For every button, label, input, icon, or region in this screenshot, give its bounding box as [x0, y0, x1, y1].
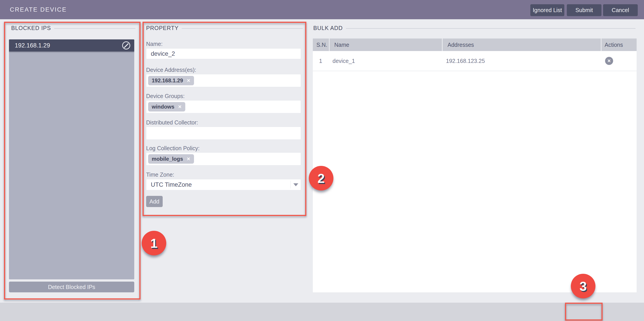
time-zone-selected-value: UTC TimeZone — [146, 181, 290, 188]
blocked-ips-list: 192.168.1.29 — [9, 40, 134, 279]
bulk-add-table-header: S.N. Name Addresses Actions — [313, 38, 636, 51]
device-groups-label: Device Groups: — [146, 93, 184, 100]
device-address-tag: 192.168.1.29 ✕ — [148, 76, 194, 85]
time-zone-label: Time Zone: — [146, 172, 174, 178]
log-collection-policy-input[interactable]: mobile_logs ✕ — [146, 152, 301, 166]
detect-blocked-ips-button[interactable]: Detect Blocked IPs — [9, 282, 134, 292]
create-device-dialog: CREATE DEVICE ? ✕ BLOCKED IPS 192.168.1.… — [0, 0, 644, 321]
dialog-footer — [0, 303, 644, 321]
header-sn: S.N. — [313, 38, 330, 51]
chevron-down-icon — [293, 183, 298, 186]
blocked-ip-value: 192.168.1.29 — [15, 42, 50, 49]
property-section-title: PROPERTY — [146, 24, 303, 31]
select-caret-zone — [290, 181, 301, 188]
remove-tag-icon[interactable]: ✕ — [186, 78, 190, 83]
property-title-text: PROPERTY — [146, 25, 178, 31]
table-row: 1 device_1 192.168.123.25 ✕ — [313, 51, 636, 71]
remove-tag-icon[interactable]: ✕ — [186, 157, 190, 161]
log-collection-policy-label: Log Collection Policy: — [146, 145, 200, 152]
header-addresses: Addresses — [442, 38, 602, 51]
blocked-ips-section-title: BLOCKED IPS — [11, 24, 136, 31]
device-group-tag-text: windows — [152, 104, 174, 110]
cell-addresses: 192.168.123.25 — [442, 51, 602, 71]
add-button[interactable]: Add — [146, 196, 163, 207]
log-policy-tag-text: mobile_logs — [152, 156, 183, 162]
dialog-title: CREATE DEVICE — [10, 6, 67, 13]
name-input[interactable] — [146, 48, 301, 59]
bulk-add-table-body: 1 device_1 192.168.123.25 ✕ — [313, 51, 636, 292]
annotation-badge-1: 1 — [142, 231, 166, 256]
header-name: Name — [330, 38, 442, 51]
distributed-collector-label: Distributed Collector: — [146, 119, 198, 126]
device-group-tag: windows ✕ — [148, 102, 185, 112]
submit-button[interactable]: Submit — [567, 4, 602, 16]
remove-tag-icon[interactable]: ✕ — [178, 104, 182, 109]
blocked-icon — [122, 42, 130, 50]
device-groups-input[interactable]: windows ✕ — [146, 100, 301, 113]
blocked-ip-list-item[interactable]: 192.168.1.29 — [9, 40, 134, 52]
section-title-rule — [54, 28, 136, 29]
name-label: Name: — [146, 41, 163, 47]
cell-name: device_1 — [330, 51, 442, 71]
cell-actions: ✕ — [602, 51, 636, 71]
ignored-list-button[interactable]: Ignored List — [530, 4, 564, 16]
cell-sn: 1 — [313, 51, 330, 71]
cancel-button[interactable]: Cancel — [603, 4, 638, 16]
header-actions: Actions — [602, 38, 636, 51]
device-addresses-input[interactable]: 192.168.1.29 ✕ — [146, 74, 301, 87]
distributed-collector-input[interactable] — [146, 127, 301, 140]
time-zone-select[interactable]: UTC TimeZone — [146, 179, 301, 190]
device-address-tag-text: 192.168.1.29 — [152, 78, 183, 84]
log-policy-tag: mobile_logs ✕ — [148, 154, 194, 164]
bulk-add-title-text: BULK ADD — [313, 25, 343, 31]
delete-row-icon[interactable]: ✕ — [605, 57, 613, 65]
blocked-ips-title-text: BLOCKED IPS — [11, 25, 51, 31]
bulk-add-section-title: BULK ADD — [313, 24, 636, 31]
device-addresses-label: Device Address(es): — [146, 67, 196, 73]
section-title-rule — [182, 28, 303, 29]
section-title-rule — [346, 28, 636, 29]
